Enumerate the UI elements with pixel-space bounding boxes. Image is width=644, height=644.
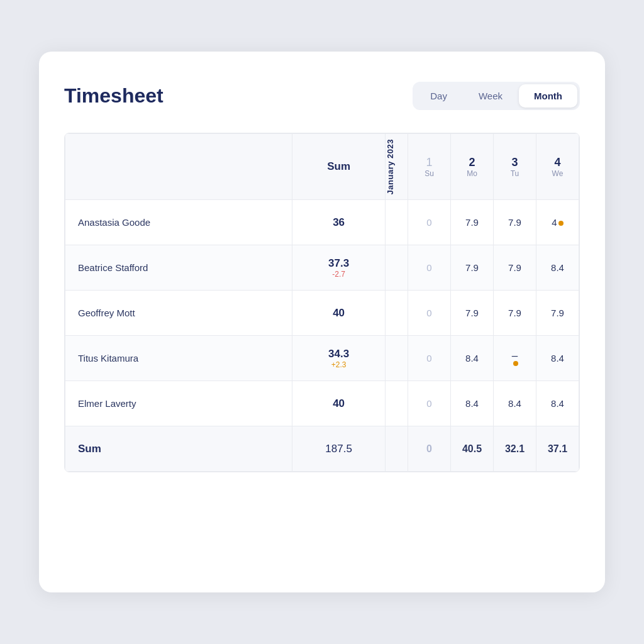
col-header-day-1: 1 Su [408,134,451,200]
table-row: Elmer Laverty4008.48.48.4 [65,381,579,426]
month-label: January 2023 [386,134,395,199]
sum-cell: 40 [292,291,386,336]
day-abbr-3: Tu [494,169,536,178]
day-cell: 8.4 [494,381,536,426]
sum-cell: 34.3+2.3 [292,336,386,381]
sum-cell: 40 [292,381,386,426]
sum-row: Sum187.5040.532.137.1 [65,426,579,472]
sum-cell: 37.3-2.7 [292,245,386,291]
day-cell: 4 [536,200,579,245]
view-week-button[interactable]: Week [464,84,518,108]
sum-row-label: Sum [65,426,292,472]
day-number-1: 1 [408,156,450,169]
view-toggle-group: Day Week Month [413,82,580,110]
table-header-row: Sum January 2023 1 Su 2 Mo 3 Tu [65,134,579,200]
day-abbr-4: We [536,169,579,178]
table-row: Anastasia Goode3607.97.94 [65,200,579,245]
day-cell: 8.4 [451,381,494,426]
day-number-2: 2 [451,156,493,169]
day-abbr-2: Mo [451,169,493,178]
col-header-sum: Sum [292,134,386,200]
sum-row-month-cell [386,426,408,472]
day-cell: 0 [408,245,451,291]
day-number-4: 4 [536,156,579,169]
day-cell: 8.4 [536,381,579,426]
day-cell: 8.4 [536,245,579,291]
day-abbr-1: Su [408,169,450,178]
employee-name: Anastasia Goode [65,200,292,245]
day-cell: 7.9 [451,200,494,245]
day-cell: 0 [408,336,451,381]
page-title: Timesheet [64,84,164,108]
col-header-day-2: 2 Mo [451,134,494,200]
col-header-name [65,134,292,200]
sum-row-total: 187.5 [292,426,386,472]
view-day-button[interactable]: Day [415,84,462,108]
employee-name: Beatrice Stafford [65,245,292,291]
day-cell: 7.9 [494,245,536,291]
month-cell [386,381,408,426]
month-cell [386,200,408,245]
view-month-button[interactable]: Month [519,84,577,108]
timesheet-table-wrapper: Sum January 2023 1 Su 2 Mo 3 Tu [64,133,580,472]
employee-name: Titus Kitamura [65,336,292,381]
day-cell: 7.9 [451,291,494,336]
day-cell: 7.9 [451,245,494,291]
employee-name: Elmer Laverty [65,381,292,426]
month-cell [386,291,408,336]
timesheet-card: Timesheet Day Week Month Sum January 202… [39,52,605,592]
employee-name: Geoffrey Mott [65,291,292,336]
table-row: Titus Kitamura34.3+2.308.4–8.4 [65,336,579,381]
day-cell: 8.4 [451,336,494,381]
sum-cell: 36 [292,200,386,245]
sum-day-cell: 0 [408,426,451,472]
col-header-day-4: 4 We [536,134,579,200]
table-row: Geoffrey Mott4007.97.97.9 [65,291,579,336]
table-row: Beatrice Stafford37.3-2.707.97.98.4 [65,245,579,291]
day-cell: 7.9 [536,291,579,336]
col-header-month: January 2023 [386,134,408,200]
col-header-day-3: 3 Tu [494,134,536,200]
day-cell: – [494,336,536,381]
month-cell [386,245,408,291]
page-header: Timesheet Day Week Month [64,82,580,110]
day-number-3: 3 [494,156,536,169]
sum-day-cell: 37.1 [536,426,579,472]
sum-day-cell: 40.5 [451,426,494,472]
day-cell: 0 [408,200,451,245]
timesheet-table: Sum January 2023 1 Su 2 Mo 3 Tu [65,133,579,472]
day-cell: 7.9 [494,200,536,245]
day-cell: 0 [408,291,451,336]
day-cell: 7.9 [494,291,536,336]
month-cell [386,336,408,381]
day-cell: 8.4 [536,336,579,381]
day-cell: 0 [408,381,451,426]
sum-day-cell: 32.1 [494,426,536,472]
